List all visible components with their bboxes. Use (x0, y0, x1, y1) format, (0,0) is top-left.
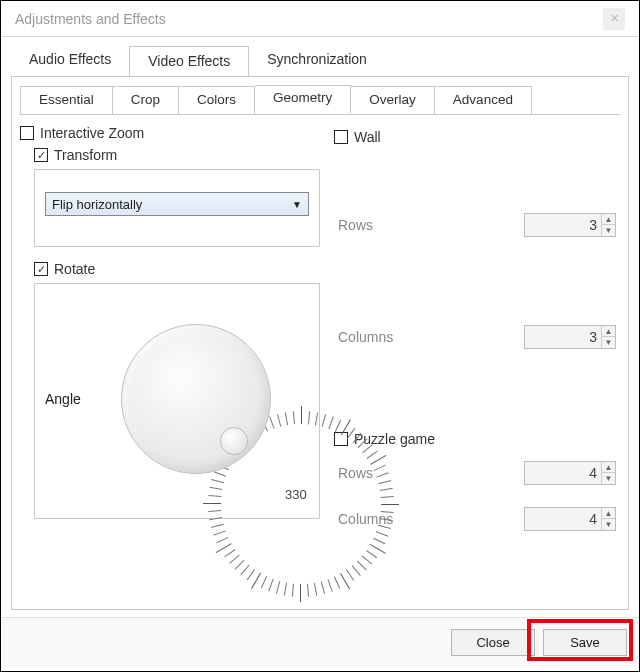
chevron-down-icon[interactable]: ▼ (602, 225, 615, 236)
primary-tabs: Audio Effects Video Effects Synchronizat… (1, 37, 639, 76)
angle-label: Angle (45, 391, 81, 407)
tab-geometry[interactable]: Geometry (255, 85, 351, 114)
titlebar: Adjustments and Effects ✕ (1, 1, 639, 37)
chevron-down-icon[interactable]: ▼ (602, 473, 615, 484)
transform-selected-value: Flip horizontally (52, 197, 142, 212)
interactive-zoom-label: Interactive Zoom (40, 125, 144, 141)
wall-rows-stepper[interactable]: 3 ▲▼ (524, 213, 616, 237)
tab-synchronization[interactable]: Synchronization (249, 45, 385, 76)
chevron-down-icon[interactable]: ▼ (602, 519, 615, 530)
chevron-down-icon: ▼ (292, 199, 302, 210)
stepper-arrows: ▲▼ (601, 214, 615, 236)
puzzle-checkbox[interactable]: Puzzle game (334, 431, 620, 447)
wall-rows-row: Rows 3 ▲▼ (334, 207, 620, 243)
stepper-arrows: ▲▼ (601, 462, 615, 484)
angle-dial[interactable]: 330 (91, 294, 301, 504)
checkbox-icon (34, 148, 48, 162)
video-effects-panel: Essential Crop Colors Geometry Overlay A… (11, 76, 629, 610)
stepper-arrows: ▲▼ (601, 508, 615, 530)
save-button[interactable]: Save (543, 629, 627, 656)
tab-essential[interactable]: Essential (20, 86, 113, 115)
puzzle-cols-stepper[interactable]: 4 ▲▼ (524, 507, 616, 531)
angle-max-label: 330 (285, 487, 307, 502)
wall-cols-stepper[interactable]: 3 ▲▼ (524, 325, 616, 349)
wall-label: Wall (354, 129, 381, 145)
wall-cols-label: Columns (338, 329, 393, 345)
chevron-up-icon[interactable]: ▲ (602, 214, 615, 225)
secondary-tabs: Essential Crop Colors Geometry Overlay A… (20, 85, 620, 115)
close-button[interactable]: Close (451, 629, 535, 656)
checkbox-icon (20, 126, 34, 140)
close-icon[interactable]: ✕ (603, 8, 625, 30)
tab-audio-effects[interactable]: Audio Effects (11, 45, 129, 76)
puzzle-rows-stepper[interactable]: 4 ▲▼ (524, 461, 616, 485)
checkbox-icon (334, 130, 348, 144)
dialog-footer: Close Save (1, 617, 639, 667)
wall-cols-row: Columns 3 ▲▼ (334, 319, 620, 355)
wall-rows-value: 3 (589, 217, 601, 233)
interactive-zoom-checkbox[interactable]: Interactive Zoom (20, 125, 320, 141)
chevron-up-icon[interactable]: ▲ (602, 326, 615, 337)
stepper-arrows: ▲▼ (601, 326, 615, 348)
tab-video-effects[interactable]: Video Effects (129, 46, 249, 77)
puzzle-cols-value: 4 (589, 511, 601, 527)
dial-face (121, 324, 271, 474)
wall-cols-value: 3 (589, 329, 601, 345)
dial-knob (220, 427, 248, 455)
transform-select[interactable]: Flip horizontally ▼ (45, 192, 309, 216)
tab-overlay[interactable]: Overlay (351, 86, 435, 115)
puzzle-rows-label: Rows (338, 465, 373, 481)
rotate-label: Rotate (54, 261, 95, 277)
tab-colors[interactable]: Colors (179, 86, 255, 115)
rotate-checkbox[interactable]: Rotate (34, 261, 320, 277)
transform-checkbox[interactable]: Transform (34, 147, 320, 163)
chevron-down-icon[interactable]: ▼ (602, 337, 615, 348)
puzzle-rows-value: 4 (589, 465, 601, 481)
checkbox-icon (34, 262, 48, 276)
wall-rows-label: Rows (338, 217, 373, 233)
chevron-up-icon[interactable]: ▲ (602, 508, 615, 519)
tab-advanced[interactable]: Advanced (435, 86, 532, 115)
transform-group: Flip horizontally ▼ (34, 169, 320, 247)
tab-crop[interactable]: Crop (113, 86, 179, 115)
window-title: Adjustments and Effects (15, 11, 166, 27)
wall-checkbox[interactable]: Wall (334, 129, 620, 145)
transform-label: Transform (54, 147, 117, 163)
chevron-up-icon[interactable]: ▲ (602, 462, 615, 473)
rotate-group: Angle 330 (34, 283, 320, 519)
